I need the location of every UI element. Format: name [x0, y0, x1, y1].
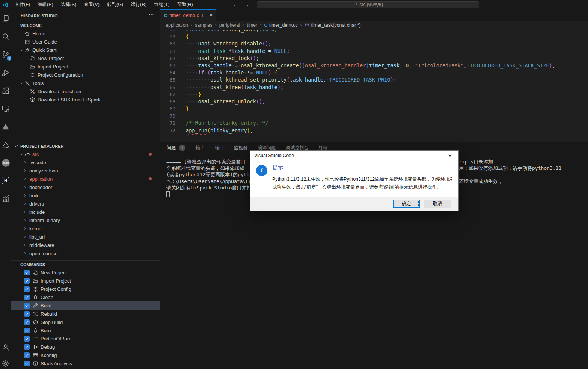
tree-item-.vscode[interactable]: .vscode: [11, 158, 160, 166]
tree-item-drivers[interactable]: drivers: [11, 200, 160, 208]
command-rebuild[interactable]: Rebuild: [11, 310, 160, 318]
panel-tab-输出[interactable]: 输出: [196, 145, 205, 151]
breadcrumb-item[interactable]: Ctimer_demo.c: [264, 23, 297, 28]
code-line: 68····osal_kthread_unlock();: [160, 98, 588, 105]
checkbox[interactable]: [24, 286, 30, 292]
breadcrumb-item[interactable]: peripheral: [219, 23, 240, 28]
command-stack-analysis[interactable]: Stack Analysis: [11, 359, 160, 367]
menu-item[interactable]: 转到(G): [103, 2, 127, 7]
command-build[interactable]: Build: [11, 301, 160, 310]
command-project-config[interactable]: Project Config: [11, 285, 160, 293]
sidebar-item-download-sdk-from-hispark[interactable]: Download SDK from HiSpark: [11, 95, 160, 104]
checkbox[interactable]: [24, 278, 30, 284]
nav-forward-icon[interactable]: →: [242, 0, 252, 9]
command-import-project[interactable]: Import Project: [11, 277, 160, 285]
command-portionofburn[interactable]: PortionOfBurn: [11, 334, 160, 343]
checkbox[interactable]: [24, 336, 30, 342]
tree-item-open_source[interactable]: open_source: [11, 249, 160, 257]
extensions-icon[interactable]: [0, 85, 11, 96]
settings-gear-icon[interactable]: [0, 358, 11, 369]
sidebar-item-quick-start[interactable]: Quick Start: [11, 46, 160, 54]
checkbox[interactable]: [24, 352, 30, 358]
run-debug-icon[interactable]: [0, 67, 11, 78]
command-debug[interactable]: Debug: [11, 343, 160, 351]
triangle-tools-icon[interactable]: [0, 139, 11, 150]
tree-item-build[interactable]: build: [11, 191, 160, 200]
checkbox[interactable]: [24, 311, 30, 317]
panel-tab-问题[interactable]: 问题1: [167, 145, 185, 151]
tools-icon: [24, 80, 30, 86]
command-new-project[interactable]: New Project: [11, 268, 160, 277]
menu-item[interactable]: 运行(R): [127, 2, 150, 7]
menu-item[interactable]: 终端(T): [150, 2, 173, 7]
explorer-section-header[interactable]: PROJECT EXPLORER: [11, 142, 160, 150]
folder-name: interim_binary: [29, 218, 60, 223]
tree-item-interim_binary[interactable]: interim_binary: [11, 216, 160, 224]
tree-item-include[interactable]: include: [11, 208, 160, 216]
tree-item-libs_url[interactable]: libs_url: [11, 233, 160, 241]
welcome-section-header[interactable]: WELCOME: [11, 22, 160, 29]
source-control-icon[interactable]: [0, 49, 11, 60]
sidebar-item-tools[interactable]: Tools: [11, 79, 160, 87]
menu-item[interactable]: 查看(V): [80, 2, 103, 7]
sidebar-item-user-guide[interactable]: User Guide: [11, 38, 160, 46]
commands-section-header[interactable]: COMMANDS: [11, 261, 160, 268]
checkbox[interactable]: [24, 344, 30, 350]
sidebar-item-download-toolchain[interactable]: Download Toolchain: [11, 87, 160, 95]
hispark-icon[interactable]: H: [0, 175, 11, 186]
json-badge-icon[interactable]: Json: [0, 157, 11, 168]
checkbox[interactable]: [24, 361, 30, 366]
search-icon[interactable]: [0, 31, 11, 42]
tree-item-application[interactable]: application: [11, 175, 160, 183]
ok-button[interactable]: 确定: [393, 200, 420, 208]
checkbox[interactable]: [24, 295, 30, 300]
checkbox[interactable]: [24, 270, 30, 275]
command-burn[interactable]: Burn: [11, 326, 160, 334]
tree-item-kernel[interactable]: kernel: [11, 224, 160, 233]
command-center-search[interactable]: src [管理员]: [257, 1, 479, 8]
tab-close-icon[interactable]: ✕: [210, 13, 213, 18]
checkbox[interactable]: [24, 319, 30, 325]
code-line: 63····task_handle·=·osal_kthread_create(…: [160, 62, 588, 69]
sidebar-item-project-configuration[interactable]: Project Configuration: [11, 71, 160, 79]
command-stop-build[interactable]: Stop Build: [11, 318, 160, 326]
command-kconfig[interactable]: Kconfig: [11, 351, 160, 359]
breadcrumb-item[interactable]: timer: [247, 23, 257, 28]
panel-tab-编译问题[interactable]: 编译问题: [258, 145, 276, 151]
remote-monitor-icon[interactable]: [0, 103, 11, 114]
command-partial[interactable]: [11, 367, 160, 369]
menu-item[interactable]: 编辑(E): [34, 2, 57, 7]
nav-back-icon[interactable]: ←: [231, 0, 240, 9]
triangle-logo-icon[interactable]: [0, 121, 11, 132]
checkbox[interactable]: [24, 303, 30, 309]
sidebar-item-import-project[interactable]: Import Project: [11, 62, 160, 71]
panel-tab-端口[interactable]: 端口: [215, 145, 224, 151]
breadcrumb-separator: ›: [191, 23, 192, 28]
panel-tab-监视器[interactable]: 监视器: [234, 145, 247, 151]
sidebar-item-home[interactable]: Home: [11, 29, 160, 38]
tree-item-bootloader[interactable]: bootloader: [11, 183, 160, 191]
code-editor[interactable]: 58static·void·blinky_entry(void)59{60···…: [160, 30, 588, 142]
menu-item[interactable]: 文件(F): [11, 2, 34, 7]
files-icon[interactable]: [0, 13, 11, 24]
tree-item-middleware[interactable]: middleware: [11, 241, 160, 249]
more-actions-icon[interactable]: ⋯: [149, 11, 154, 18]
tree-root-src[interactable]: src: [11, 150, 160, 158]
breadcrumb-item[interactable]: samples: [195, 23, 213, 28]
account-icon[interactable]: [0, 342, 11, 352]
panel-tab-调试控制台[interactable]: 调试控制台: [286, 145, 308, 151]
sidebar-item-new-project[interactable]: New Project: [11, 54, 160, 62]
menu-item[interactable]: 选择(S): [57, 2, 80, 7]
command-clean[interactable]: Clean: [11, 293, 160, 301]
menu-item[interactable]: 帮助(H): [173, 2, 196, 7]
panel-tab-终端[interactable]: 终端: [318, 145, 327, 151]
tab-timer-demo-c[interactable]: C timer_demo.c 1 ✕: [160, 9, 216, 21]
breadcrumb-item[interactable]: timer_task(const char *): [305, 22, 361, 28]
stats-chart-icon[interactable]: [0, 194, 11, 204]
tree-item-analyzerJson[interactable]: analyzerJson: [11, 166, 160, 175]
breadcrumb-item[interactable]: application: [166, 23, 188, 28]
clock-badge-icon: [7, 56, 11, 61]
checkbox[interactable]: [24, 328, 30, 333]
cancel-button[interactable]: 取消: [424, 200, 451, 208]
dialog-close-icon[interactable]: ✕: [442, 151, 458, 160]
